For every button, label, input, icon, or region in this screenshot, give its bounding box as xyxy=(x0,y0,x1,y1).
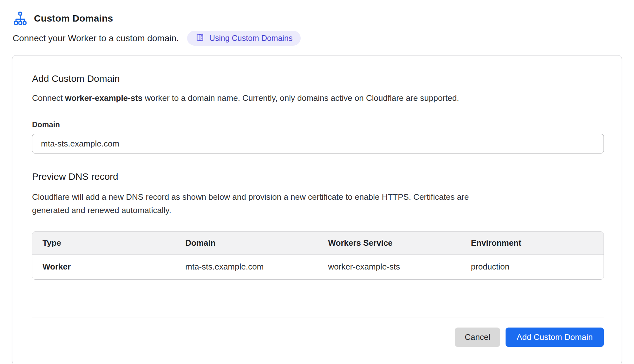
footer-divider xyxy=(32,317,604,317)
preview-dns-description: Cloudflare will add a new DNS record as … xyxy=(32,190,508,217)
column-header-type: Type xyxy=(32,232,175,255)
dns-preview-table: Type Domain Workers Service Environment … xyxy=(32,231,604,280)
cell-environment: production xyxy=(461,255,604,280)
open-book-icon xyxy=(195,33,205,44)
preview-dns-heading: Preview DNS record xyxy=(32,171,604,182)
page-subtitle: Connect your Worker to a custom domain. xyxy=(13,33,179,43)
worker-name: worker-example-sts xyxy=(65,93,142,103)
card-heading: Add Custom Domain xyxy=(32,73,604,84)
cancel-button[interactable]: Cancel xyxy=(455,328,500,347)
sitemap-icon xyxy=(13,11,27,25)
card-intro: Connect worker-example-sts worker to a d… xyxy=(32,93,604,103)
intro-prefix: Connect xyxy=(32,93,65,103)
intro-suffix: worker to a domain name. Currently, only… xyxy=(142,93,459,103)
table-header-row: Type Domain Workers Service Environment xyxy=(32,232,604,255)
page-title: Custom Domains xyxy=(34,13,113,24)
cell-workers-service: worker-example-sts xyxy=(318,255,461,280)
docs-link-badge[interactable]: Using Custom Domains xyxy=(187,31,301,46)
domain-input[interactable] xyxy=(32,134,604,153)
add-custom-domain-button[interactable]: Add Custom Domain xyxy=(506,328,604,347)
page-subheader: Connect your Worker to a custom domain. … xyxy=(13,31,622,46)
page-header: Custom Domains xyxy=(13,11,622,25)
add-custom-domain-card: Add Custom Domain Connect worker-example… xyxy=(12,55,622,364)
column-header-workers-service: Workers Service xyxy=(318,232,461,255)
custom-domains-page: Custom Domains Connect your Worker to a … xyxy=(0,0,634,364)
card-actions: Cancel Add Custom Domain xyxy=(32,328,604,347)
table-row: Worker mta-sts.example.com worker-exampl… xyxy=(32,255,604,280)
domain-field-label: Domain xyxy=(32,120,604,129)
docs-link-label: Using Custom Domains xyxy=(209,34,293,43)
cell-domain: mta-sts.example.com xyxy=(175,255,318,280)
cell-type: Worker xyxy=(32,255,175,280)
column-header-domain: Domain xyxy=(175,232,318,255)
column-header-environment: Environment xyxy=(461,232,604,255)
